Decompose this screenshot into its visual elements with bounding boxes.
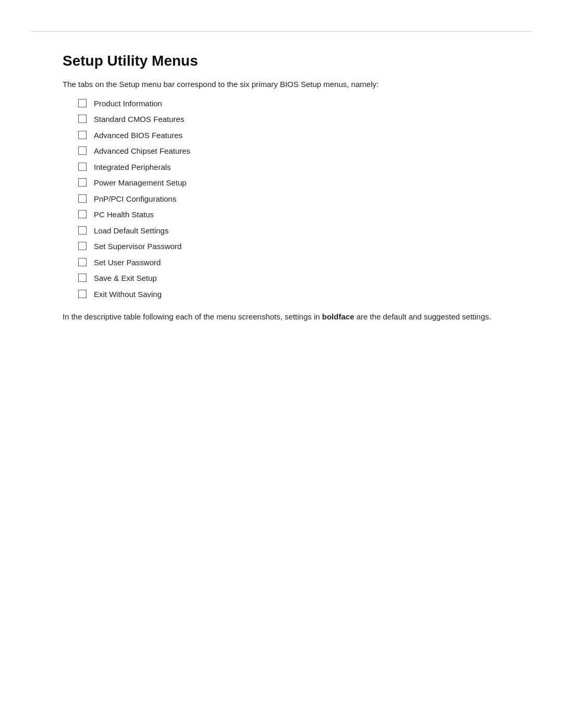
footer-text-before-bold: In the descriptive table following each … [63, 312, 322, 321]
list-item-label: PnP/PCI Configurations [94, 193, 176, 205]
checkbox-icon [78, 290, 87, 298]
list-item: PnP/PCI Configurations [78, 193, 500, 205]
list-item: Standard CMOS Features [78, 114, 500, 126]
list-item: PC Health Status [78, 209, 500, 221]
content-area: Setup Utility Menus The tabs on the Setu… [0, 32, 563, 365]
footer-text-after-bold: are the default and suggested settings. [354, 312, 491, 321]
list-item-label: Save & Exit Setup [94, 273, 157, 285]
list-item-label: Power Management Setup [94, 177, 187, 189]
page-container: Setup Utility Menus The tabs on the Setu… [0, 31, 563, 728]
list-item: Load Default Settings [78, 225, 500, 237]
checkbox-icon [78, 274, 87, 282]
list-item: Set Supervisor Password [78, 241, 500, 253]
list-item-label: Set Supervisor Password [94, 241, 181, 253]
checkbox-icon [78, 146, 87, 155]
menu-list: Product InformationStandard CMOS Feature… [78, 98, 500, 301]
checkbox-icon [78, 99, 87, 107]
list-item-label: PC Health Status [94, 209, 154, 221]
list-item-label: Load Default Settings [94, 225, 168, 237]
checkbox-icon [78, 115, 87, 123]
list-item-label: Advanced BIOS Features [94, 130, 182, 142]
list-item: Save & Exit Setup [78, 273, 500, 285]
list-item-label: Integrated Peripherals [94, 162, 171, 174]
checkbox-icon [78, 226, 87, 235]
list-item: Integrated Peripherals [78, 162, 500, 174]
footer-description: In the descriptive table following each … [63, 311, 500, 323]
list-item-label: Advanced Chipset Features [94, 145, 190, 157]
page-title: Setup Utility Menus [63, 53, 500, 69]
checkbox-icon [78, 258, 87, 266]
list-item: Advanced Chipset Features [78, 145, 500, 157]
checkbox-icon [78, 131, 87, 139]
list-item-label: Product Information [94, 98, 162, 110]
list-item: Advanced BIOS Features [78, 130, 500, 142]
list-item: Set User Password [78, 257, 500, 269]
checkbox-icon [78, 178, 87, 187]
checkbox-icon [78, 210, 87, 218]
list-item-label: Set User Password [94, 257, 161, 269]
checkbox-icon [78, 242, 87, 250]
list-item: Power Management Setup [78, 177, 500, 189]
checkbox-icon [78, 163, 87, 171]
list-item: Product Information [78, 98, 500, 110]
checkbox-icon [78, 194, 87, 203]
list-item: Exit Without Saving [78, 289, 500, 301]
list-item-label: Exit Without Saving [94, 289, 162, 301]
list-item-label: Standard CMOS Features [94, 114, 184, 126]
intro-text: The tabs on the Setup menu bar correspon… [63, 79, 500, 91]
footer-bold: boldface [322, 312, 354, 321]
